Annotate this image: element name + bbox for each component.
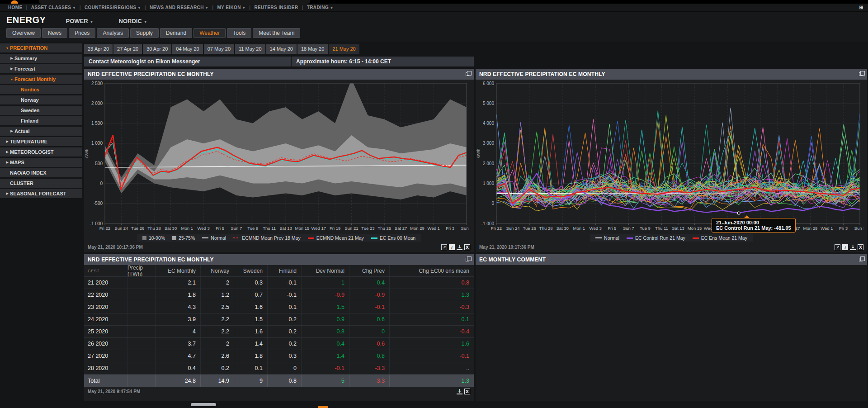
- sidebar-item-label: MAPS: [10, 160, 24, 165]
- export-icon[interactable]: ↗: [835, 244, 840, 250]
- menu-item-countries-regions[interactable]: COUNTRIES/REGIONS▼: [81, 5, 145, 10]
- svg-text:Sat 30: Sat 30: [556, 226, 568, 231]
- cell: -3.3: [349, 362, 389, 374]
- apps-grid-icon[interactable]: ⊞: [859, 5, 863, 10]
- scrollbar-orange-marker[interactable]: [318, 406, 328, 408]
- svg-text:Tue 9: Tue 9: [640, 226, 651, 231]
- export-icon[interactable]: ↗: [441, 244, 447, 250]
- popout-icon[interactable]: [859, 258, 863, 261]
- cell: 0.3: [234, 277, 267, 289]
- menu-item-asset-classes[interactable]: ASSET CLASSES▼: [28, 5, 80, 10]
- sidebar-item-cluster[interactable]: CLUSTER: [0, 179, 82, 188]
- tab-news[interactable]: News: [42, 28, 67, 38]
- sidebar-nav: ▼PRECIPITATION▶Summary▶Forecast▼Forecast…: [0, 42, 82, 403]
- svg-text:Wed 3: Wed 3: [590, 226, 602, 231]
- date-tab-18-may-20[interactable]: 18 May 20: [297, 44, 328, 54]
- menu-item-reuters-insider[interactable]: REUTERS INSIDER: [250, 5, 302, 10]
- date-tab-07-may-20[interactable]: 07 May 20: [204, 44, 234, 54]
- precipitation-ensemble-chart[interactable]: 6 0005 0004 0003 0002 0001 0000-1 000Fri…: [476, 80, 863, 232]
- tab-tools[interactable]: Tools: [227, 28, 251, 38]
- comment-title: EC MONTHLY COMMENT: [479, 256, 546, 263]
- svg-text:Thu 25: Thu 25: [377, 226, 391, 231]
- svg-text:Thu 11: Thu 11: [263, 226, 276, 231]
- legend-swatch: [693, 237, 699, 239]
- cell: 0.6: [349, 313, 389, 325]
- right-chart-title: NRD EFFECTIVE PRECIPITATION EC MONTHLY: [479, 71, 605, 77]
- cell: 0: [267, 362, 301, 374]
- info-icon[interactable]: i: [449, 244, 455, 250]
- svg-text:Mon 29: Mon 29: [803, 226, 818, 231]
- sidebar-item-seasonal-forecast[interactable]: ▶SEASONAL FORECAST: [0, 189, 82, 198]
- tab-overview[interactable]: Overview: [6, 28, 41, 38]
- sidebar-item-precipitation[interactable]: ▼PRECIPITATION: [0, 43, 82, 52]
- svg-text:Tue 23: Tue 23: [361, 226, 374, 231]
- sidebar-item-sweden[interactable]: Sweden: [0, 106, 82, 115]
- legend-swatch: [142, 236, 146, 240]
- date-tab-27-apr-20[interactable]: 27 Apr 20: [113, 44, 142, 54]
- tab-weather[interactable]: Weather: [193, 28, 226, 38]
- download-icon[interactable]: ↓: [457, 389, 462, 394]
- sidebar-item-meteorologist[interactable]: ▶METEOROLOGIST: [0, 147, 82, 157]
- download-icon[interactable]: ↓: [850, 245, 856, 250]
- cell: 9: [234, 375, 267, 387]
- tab-meet-the-team[interactable]: Meet the Team: [253, 28, 300, 38]
- tab-supply[interactable]: Supply: [130, 28, 159, 38]
- info-icon[interactable]: i: [842, 244, 848, 250]
- popout-icon[interactable]: [466, 72, 469, 76]
- excel-export-icon[interactable]: X: [464, 389, 470, 394]
- cell: 1.5: [301, 301, 349, 313]
- date-tab-23-apr-20[interactable]: 23 Apr 20: [84, 44, 113, 54]
- menu-item-trading[interactable]: TRADING▼: [303, 5, 337, 10]
- sidebar-item-maps[interactable]: ▶MAPS: [0, 158, 82, 167]
- menu-item-home[interactable]: HOME: [5, 5, 26, 10]
- caret-down-icon: ▼: [144, 20, 147, 24]
- svg-text:Sun 21: Sun 21: [344, 226, 358, 231]
- legend-label: 25-75%: [179, 235, 195, 241]
- cell: 4.7: [155, 350, 200, 362]
- menu-item-news-and-research[interactable]: NEWS AND RESEARCH▼: [146, 5, 212, 10]
- sidebar-item-label: TEMPERATURE: [10, 139, 47, 144]
- table-title: NRD EFFECTIVE PRECIPITATION EC MONTHLY: [88, 256, 214, 263]
- sidebar-item-label: SEASONAL FORECAST: [10, 191, 66, 196]
- sidebar-item-summary[interactable]: ▶Summary: [0, 54, 82, 63]
- precipitation-band-chart[interactable]: 2 5002 0001 5001 0005000-500-1 000Fri 22…: [84, 80, 470, 232]
- sidebar-item-nordics[interactable]: Nordics: [0, 85, 82, 94]
- sidebar-item-finland[interactable]: Finland: [0, 116, 82, 125]
- chrome-orange-dot: [11, 0, 18, 4]
- cell: -0.1: [349, 301, 389, 313]
- excel-export-icon[interactable]: X: [858, 244, 863, 250]
- svg-text:2 500: 2 500: [91, 81, 103, 86]
- cell: 0.9: [301, 313, 349, 325]
- date-tab-30-apr-20[interactable]: 30 Apr 20: [143, 44, 171, 54]
- sidebar-item-label: Forecast: [14, 66, 35, 71]
- date-tab-04-may-20[interactable]: 04 May 20: [172, 44, 203, 54]
- left-chart-footer: May 21, 2020 10:17:36 PM ↗ i ↓ X: [84, 242, 474, 252]
- tab-prices[interactable]: Prices: [69, 28, 95, 38]
- menu-item-my-eikon[interactable]: MY EIKON▼: [213, 5, 249, 10]
- date-tab-21-may-20[interactable]: 21 May 20: [329, 44, 359, 54]
- date-tab-11-may-20[interactable]: 11 May 20: [235, 44, 265, 54]
- sidebar-item-norway[interactable]: Norway: [0, 95, 82, 104]
- sidebar-item-forecast-monthly[interactable]: ▼Forecast Monthly: [0, 75, 82, 84]
- download-icon[interactable]: ↓: [457, 245, 462, 250]
- sidebar-item-nao-ao-index[interactable]: NAO/AO INDEX: [0, 168, 82, 177]
- popout-icon[interactable]: [466, 258, 469, 261]
- tab-demand[interactable]: Demand: [160, 28, 192, 38]
- horizontal-scrollbar-thumb[interactable]: [191, 403, 216, 406]
- nordic-menu[interactable]: NORDIC▼: [119, 18, 147, 24]
- sidebar-item-forecast[interactable]: ▶Forecast: [0, 64, 82, 73]
- column-header-chg-prev: Chg Prev: [349, 265, 389, 276]
- cell: [127, 375, 155, 387]
- right-chart-panel: NRD EFFECTIVE PRECIPITATION EC MONTHLY 6…: [476, 69, 867, 252]
- cell: [127, 326, 155, 337]
- excel-export-icon[interactable]: X: [464, 244, 470, 250]
- sidebar-item-actual[interactable]: ▶Actual: [0, 127, 82, 136]
- tab-analysis[interactable]: Analysis: [97, 28, 129, 38]
- power-menu[interactable]: POWER▼: [66, 18, 93, 24]
- cell: 0.1: [234, 362, 267, 374]
- cell: 14.9: [200, 375, 234, 387]
- sidebar-item-temperature[interactable]: ▶TEMPERATURE: [0, 137, 82, 146]
- popout-icon[interactable]: [859, 72, 863, 76]
- date-tab-14-may-20[interactable]: 14 May 20: [266, 44, 297, 54]
- sidebar-item-label: Summary: [14, 56, 37, 61]
